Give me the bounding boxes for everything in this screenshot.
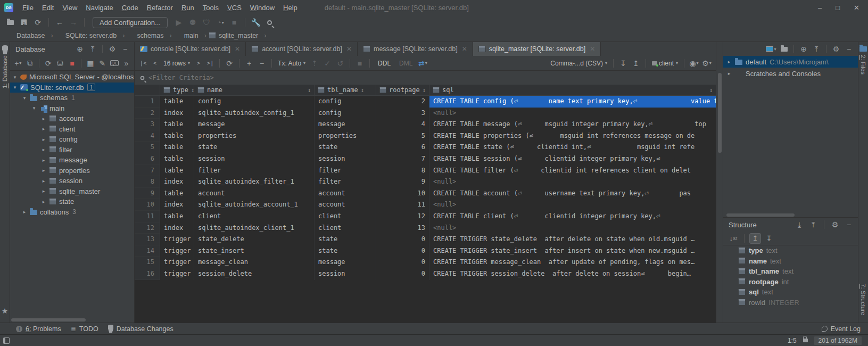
cell-name[interactable]: message_clean <box>194 257 315 268</box>
structure-field[interactable]: sql text <box>723 287 858 298</box>
stop-icon[interactable]: ■ <box>228 17 240 28</box>
row-number[interactable]: 16 <box>135 268 160 280</box>
toolwindow-tab-database[interactable]: 1: Database <box>2 55 8 88</box>
export-format-dropdown[interactable]: Comma-...d (CSV)▾ <box>548 60 609 67</box>
caret-position[interactable]: 1:5 <box>788 337 797 344</box>
expander-chevron-icon[interactable]: ▸ <box>41 137 46 142</box>
cell-sql[interactable]: CREATE TABLE message (⏎ msguid integer p… <box>429 119 716 130</box>
row-number[interactable]: 12 <box>135 223 160 234</box>
memory-indicator[interactable]: 201 of 1962M <box>814 336 862 345</box>
cell-sql[interactable]: <null> <box>429 176 716 188</box>
cell-tbl-name[interactable]: state <box>315 234 376 245</box>
hide-panel-icon[interactable]: − <box>119 44 131 54</box>
coverage-icon[interactable]: 🛡 <box>201 17 212 28</box>
hide-files-panel-icon[interactable]: − <box>843 44 855 54</box>
tree-item[interactable]: ▸ session <box>10 176 134 186</box>
tree-item[interactable]: ▸ message <box>10 155 134 166</box>
tab-close-icon[interactable]: ✕ <box>346 45 352 53</box>
minimize-button[interactable]: – <box>818 4 822 12</box>
breadcrumb-item[interactable]: SQLite: server.db <box>55 32 125 39</box>
grid-vertical-scrollbar[interactable] <box>716 42 723 323</box>
cell-rootpage[interactable]: 0 <box>376 245 429 257</box>
expander-chevron-icon[interactable]: ▾ <box>22 95 27 101</box>
tree-item[interactable]: ▾ SQLite: server.db 1 <box>10 83 134 93</box>
locate-file-icon[interactable]: ⊕ <box>798 44 809 54</box>
cell-name[interactable]: sqlite_autoindex_client_1 <box>194 223 315 234</box>
cell-type[interactable]: index <box>160 223 194 234</box>
menu-item[interactable]: VCS <box>224 3 245 13</box>
cell-sql[interactable]: <null> <box>429 223 716 234</box>
cell-name[interactable]: account <box>194 188 315 200</box>
tab-close-icon[interactable]: ✕ <box>235 45 240 53</box>
expand-all-icon[interactable]: ⤓ <box>793 219 805 230</box>
tab-close-icon[interactable]: ✕ <box>462 45 467 53</box>
cell-name[interactable]: properties <box>194 130 315 142</box>
client-session-dropdown[interactable]: client▾ <box>650 60 680 67</box>
cell-tbl-name[interactable]: account <box>315 199 376 211</box>
next-page-icon[interactable]: > <box>193 60 204 67</box>
cell-tbl-name[interactable]: config <box>315 108 376 119</box>
cell-tbl-name[interactable]: message <box>315 119 376 130</box>
row-number[interactable]: 3 <box>135 119 160 130</box>
import-upload-icon[interactable]: ↥ <box>630 58 642 69</box>
tree-item[interactable]: ▸ sqlite_master <box>10 186 134 197</box>
cell-rootpage[interactable]: 11 <box>376 199 429 211</box>
cell-tbl-name[interactable]: state <box>315 142 376 153</box>
editor-tab[interactable]: sqlite_master [SQLite: server.db] ✕ <box>473 42 601 56</box>
row-number[interactable]: 6 <box>135 153 160 165</box>
problems-toolwindow-button[interactable]: !6: Problems <box>16 325 61 333</box>
cell-rootpage[interactable]: 9 <box>376 176 429 188</box>
delete-row-icon[interactable]: − <box>256 58 268 69</box>
sync-icon[interactable]: ⟳ <box>32 17 44 28</box>
panel-settings-gear-icon[interactable]: ⚙ <box>106 44 118 54</box>
expander-chevron-icon[interactable]: ▸ <box>41 178 46 184</box>
menu-item[interactable]: Refactor <box>143 3 177 13</box>
table-view-icon[interactable]: ▦ <box>85 58 96 69</box>
tree-item[interactable]: ▸ state <box>10 196 134 207</box>
stop-red-icon[interactable]: ■ <box>67 58 78 69</box>
dml-button[interactable]: DML <box>396 60 416 67</box>
tree-item[interactable]: ▸ client <box>10 124 134 135</box>
row-number[interactable]: 14 <box>135 245 160 257</box>
toolwindow-toggle-icon[interactable] <box>3 337 10 344</box>
sort-icon[interactable]: ↕ <box>308 87 311 93</box>
expander-chevron-icon[interactable]: ▸ <box>41 199 46 204</box>
cell-type[interactable]: trigger <box>160 234 194 245</box>
add-configuration-button[interactable]: Add Configuration... <box>93 17 168 28</box>
cell-type[interactable]: index <box>160 108 194 119</box>
row-number[interactable]: 10 <box>135 199 160 211</box>
expander-chevron-icon[interactable]: ▸ <box>726 59 732 64</box>
sync-db-icon[interactable]: ⛁ <box>54 58 65 69</box>
search-everywhere-icon[interactable] <box>264 17 276 28</box>
breadcrumb-item[interactable]: main <box>174 32 206 39</box>
tree-item[interactable]: ▸ filter <box>10 145 134 155</box>
cell-type[interactable]: table <box>160 153 194 165</box>
cell-rootpage[interactable]: 0 <box>376 234 429 245</box>
cell-tbl-name[interactable]: client <box>315 223 376 234</box>
cell-tbl-name[interactable]: properties <box>315 130 376 142</box>
tree-item[interactable]: ▾ main <box>10 103 134 114</box>
unlock-icon[interactable] <box>803 339 808 342</box>
cell-rootpage[interactable]: 7 <box>376 153 429 165</box>
locate-icon[interactable]: ⊕ <box>74 44 86 54</box>
structure-field[interactable]: type text <box>723 245 858 256</box>
commit-check-icon[interactable]: ✓ <box>321 58 333 69</box>
expander-chevron-icon[interactable]: ▸ <box>41 116 46 121</box>
export-download-icon[interactable]: ↧ <box>617 58 629 69</box>
cell-type[interactable]: table <box>160 96 194 108</box>
expander-chevron-icon[interactable]: ▸ <box>41 126 46 131</box>
menu-item[interactable]: View <box>59 3 81 13</box>
cell-sql[interactable]: CREATE TRIGGER state_insert after insert… <box>429 245 716 257</box>
scrollbar-thumb[interactable] <box>718 73 722 153</box>
row-number[interactable]: 4 <box>135 130 160 142</box>
collapse-files-icon[interactable]: ⤒ <box>811 44 822 54</box>
column-header-rootpage[interactable]: rootpage↕ <box>376 85 429 95</box>
database-changes-toolwindow-button[interactable]: Database Changes <box>108 325 173 333</box>
duplicate-icon[interactable]: ⧉ <box>24 58 35 69</box>
expander-chevron-icon[interactable]: ▸ <box>41 188 46 194</box>
sort-alpha-icon[interactable]: ↓az <box>728 233 739 244</box>
profiler-icon[interactable]: ◔▾ <box>214 17 226 28</box>
cell-rootpage[interactable]: 10 <box>376 188 429 200</box>
expander-chevron-icon[interactable]: ▾ <box>31 105 37 111</box>
editor-tab[interactable]: console [SQLite: server.db] ✕ <box>135 42 246 56</box>
